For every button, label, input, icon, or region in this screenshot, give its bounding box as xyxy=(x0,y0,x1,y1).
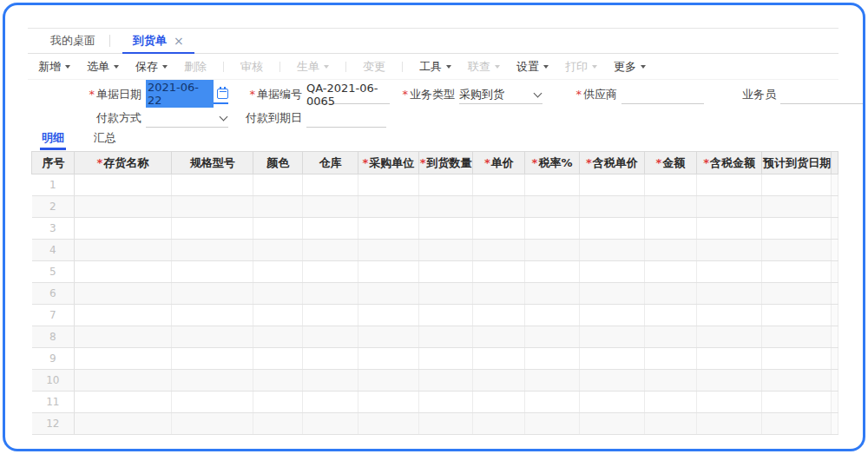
grid-cell[interactable] xyxy=(358,196,419,218)
toolbar-change-button[interactable]: 变更 xyxy=(363,59,385,75)
grid-cell[interactable] xyxy=(696,283,761,305)
grid-cell[interactable] xyxy=(525,391,579,413)
grid-cell[interactable] xyxy=(579,261,644,283)
salesman-input[interactable] xyxy=(780,85,863,104)
grid-cell[interactable] xyxy=(762,348,832,370)
grid-cell[interactable] xyxy=(645,305,697,326)
supplier-input[interactable] xyxy=(621,85,704,104)
grid-cell[interactable] xyxy=(75,174,172,196)
grid-cell[interactable] xyxy=(75,240,172,261)
toolbar-tools-button[interactable]: 工具 xyxy=(419,59,451,75)
grid-cell[interactable] xyxy=(696,305,761,326)
col-header-color[interactable]: 颜色 xyxy=(253,152,302,174)
grid-cell[interactable] xyxy=(762,261,832,283)
tab-summary[interactable]: 汇总 xyxy=(92,130,118,150)
grid-cell[interactable] xyxy=(473,261,525,283)
col-header-amount[interactable]: *金额 xyxy=(645,152,697,174)
pay-due-input[interactable] xyxy=(306,109,386,128)
grid-cell[interactable] xyxy=(358,261,419,283)
grid-cell[interactable] xyxy=(645,326,697,348)
grid-cell[interactable] xyxy=(418,413,473,435)
grid-cell[interactable] xyxy=(525,326,579,348)
grid-cell[interactable] xyxy=(473,326,525,348)
grid-cell[interactable] xyxy=(762,326,832,348)
grid-cell[interactable] xyxy=(358,240,419,261)
grid-cell[interactable] xyxy=(358,370,419,391)
grid-cell[interactable] xyxy=(579,240,644,261)
grid-cell[interactable] xyxy=(762,391,832,413)
grid-cell[interactable] xyxy=(171,305,253,326)
grid-cell[interactable] xyxy=(418,305,473,326)
grid-cell[interactable] xyxy=(171,174,253,196)
grid-cell[interactable] xyxy=(473,218,525,240)
grid-cell[interactable] xyxy=(75,413,172,435)
tab-detail[interactable]: 明细 xyxy=(40,130,66,150)
grid-cell[interactable] xyxy=(473,174,525,196)
grid-cell[interactable] xyxy=(579,326,644,348)
grid-cell[interactable] xyxy=(171,196,253,218)
grid-cell[interactable] xyxy=(525,174,579,196)
grid-cell[interactable] xyxy=(579,305,644,326)
grid-cell[interactable] xyxy=(645,283,697,305)
col-header-arrival-qty[interactable]: *到货数量 xyxy=(418,152,473,174)
grid-cell[interactable] xyxy=(579,196,644,218)
grid-cell[interactable] xyxy=(645,413,697,435)
grid-cell[interactable] xyxy=(171,413,253,435)
grid-cell[interactable] xyxy=(696,240,761,261)
grid-cell[interactable] xyxy=(253,391,302,413)
grid-cell[interactable] xyxy=(418,391,473,413)
grid-cell[interactable] xyxy=(645,261,697,283)
grid-cell[interactable] xyxy=(253,261,302,283)
grid-cell[interactable] xyxy=(579,391,644,413)
grid-cell[interactable] xyxy=(75,370,172,391)
grid-cell[interactable] xyxy=(302,326,358,348)
grid-cell[interactable] xyxy=(645,370,697,391)
grid-cell[interactable] xyxy=(171,326,253,348)
grid-cell[interactable] xyxy=(75,391,172,413)
grid-cell[interactable] xyxy=(418,348,473,370)
grid-cell[interactable] xyxy=(696,218,761,240)
grid-cell[interactable] xyxy=(253,326,302,348)
toolbar-generate-button[interactable]: 生单 xyxy=(297,59,329,75)
grid-cell[interactable] xyxy=(418,174,473,196)
grid-cell[interactable] xyxy=(762,240,832,261)
grid-cell[interactable] xyxy=(525,196,579,218)
grid-cell[interactable] xyxy=(358,348,419,370)
calendar-icon[interactable] xyxy=(217,89,228,99)
grid-cell[interactable] xyxy=(253,413,302,435)
toolbar-save-button[interactable]: 保存 xyxy=(135,59,168,75)
grid-cell[interactable] xyxy=(762,174,832,196)
grid-cell[interactable] xyxy=(579,413,644,435)
grid-cell[interactable] xyxy=(579,283,644,305)
tab-my-desktop[interactable]: 我的桌面 xyxy=(36,29,109,53)
grid-cell[interactable] xyxy=(253,370,302,391)
grid-cell[interactable] xyxy=(696,196,761,218)
grid-cell[interactable] xyxy=(762,305,832,326)
grid-cell[interactable] xyxy=(253,218,302,240)
grid-cell[interactable] xyxy=(696,413,761,435)
col-header-tax-incl-price[interactable]: *含税单价 xyxy=(579,152,644,174)
grid-cell[interactable] xyxy=(253,348,302,370)
grid-cell[interactable] xyxy=(579,174,644,196)
close-icon[interactable]: × xyxy=(174,34,184,48)
grid-cell[interactable] xyxy=(525,218,579,240)
grid-cell[interactable] xyxy=(302,348,358,370)
grid-cell[interactable] xyxy=(418,283,473,305)
toolbar-linked-query-button[interactable]: 联查 xyxy=(468,59,500,75)
grid-cell[interactable] xyxy=(525,240,579,261)
toolbar-add-button[interactable]: 新增 xyxy=(38,59,70,75)
col-header-tax-incl-amount[interactable]: *含税金额 xyxy=(696,152,761,174)
grid-cell[interactable] xyxy=(302,305,358,326)
grid-cell[interactable] xyxy=(525,283,579,305)
grid-cell[interactable] xyxy=(645,391,697,413)
toolbar-more-button[interactable]: 更多 xyxy=(614,59,646,75)
col-header-purchase-unit[interactable]: *采购单位 xyxy=(358,152,419,174)
grid-cell[interactable] xyxy=(473,305,525,326)
pay-method-select[interactable] xyxy=(146,109,228,128)
col-header-warehouse[interactable]: 仓库 xyxy=(302,152,358,174)
grid-cell[interactable] xyxy=(253,196,302,218)
grid-cell[interactable] xyxy=(171,283,253,305)
tab-arrival-order[interactable]: 到货单 × xyxy=(119,29,198,53)
grid-cell[interactable] xyxy=(696,348,761,370)
biz-type-select[interactable]: 采购到货 xyxy=(459,85,542,104)
